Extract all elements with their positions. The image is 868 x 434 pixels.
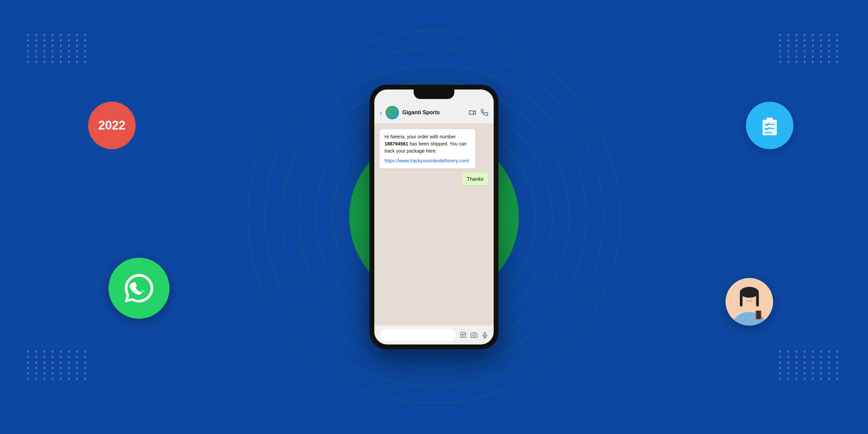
phone-wrapper: ‹ Giganti Sports [370,85,498,349]
contact-avatar [386,106,399,119]
message-text: Hi Neena, your order with number 1887945… [384,134,467,154]
svg-rect-14 [469,111,474,115]
dot-grid-top-left [27,34,89,63]
whatsapp-icon [122,271,156,305]
svg-rect-12 [756,311,761,319]
message-received: Hi Neena, your order with number 1887945… [380,129,475,169]
bottom-icons [460,332,488,338]
header-actions [469,109,488,116]
svg-rect-16 [461,333,466,338]
svg-rect-10 [756,293,759,307]
order-number: 188794561 [384,141,408,146]
svg-point-8 [740,287,759,298]
phone-call-icon[interactable] [481,109,488,116]
year-badge-2022: 2022 [88,102,136,149]
svg-point-19 [473,334,475,337]
clipboard-icon [758,114,782,137]
whatsapp-bottom-bar [374,326,494,344]
chat-area: Hi Neena, your order with number 1887945… [374,124,494,326]
phone-screen: ‹ Giganti Sports [374,90,494,344]
svg-marker-15 [474,111,476,115]
clipboard-circle [746,102,793,149]
svg-rect-20 [484,332,486,336]
person-avatar-circle [726,278,773,326]
svg-point-18 [463,334,465,335]
whatsapp-circle [108,258,170,319]
svg-point-17 [462,334,463,335]
person-avatar [726,278,773,326]
svg-rect-9 [740,293,743,307]
microphone-icon[interactable] [481,332,488,338]
tracking-link[interactable]: https://www.trackyouorderdelhivery.com/ [384,157,471,164]
contact-name: Giganti Sports [402,110,465,116]
dot-grid-top-right [779,34,841,63]
sent-text: Thanks [467,176,484,182]
camera-icon[interactable] [471,332,477,338]
dot-grid-bottom-right [779,351,841,380]
phone-notch [414,90,454,99]
sticker-icon[interactable] [460,332,467,338]
back-button[interactable]: ‹ [380,109,382,117]
svg-rect-1 [767,118,773,122]
contact-logo-icon [387,107,397,118]
dot-grid-bottom-left [27,351,89,380]
video-call-icon[interactable] [469,109,476,116]
message-sent: Thanks [462,173,488,185]
phone-device: ‹ Giganti Sports [370,85,498,349]
message-input[interactable] [380,329,456,341]
